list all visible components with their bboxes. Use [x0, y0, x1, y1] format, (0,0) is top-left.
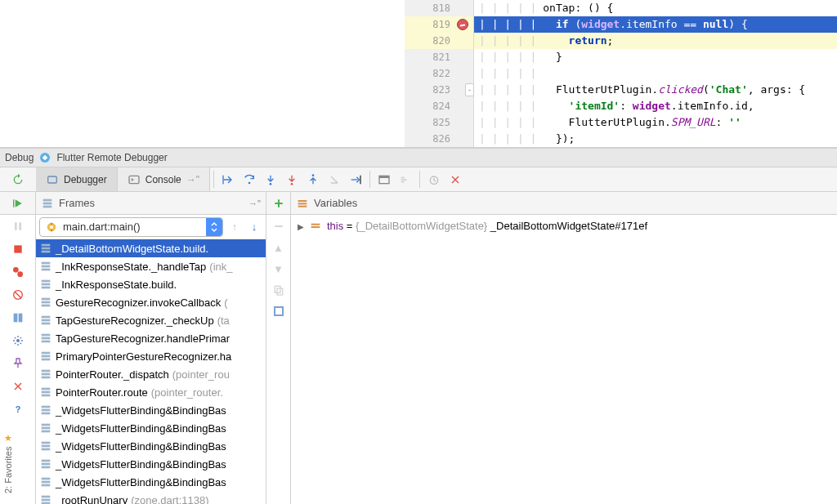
stack-frame[interactable]: _WidgetsFlutterBinding&BindingBas [36, 455, 266, 473]
editor-gutter[interactable]: 818 819 820 821 822 823- 824 825 826 [405, 0, 474, 147]
thread-selector[interactable]: main.dart:main() [39, 217, 223, 237]
variable-icon [309, 220, 322, 233]
svg-point-5 [270, 183, 272, 185]
get-thread-dump-button[interactable] [10, 310, 26, 326]
stack-frame[interactable]: _DetailBottomWidgetState.build. [36, 239, 266, 257]
svg-rect-68 [42, 463, 51, 466]
favorites-toolwindow-stripe[interactable]: 2: Favorites ★ [0, 422, 16, 504]
svg-rect-72 [42, 484, 51, 487]
stack-frame[interactable]: _WidgetsFlutterBinding&BindingBas [36, 401, 266, 419]
svg-rect-60 [42, 413, 51, 415]
svg-rect-73 [42, 496, 51, 498]
frame-icon [39, 314, 52, 327]
stack-frame[interactable]: PointerRouter.route (pointer_router. [36, 383, 266, 401]
chevron-up-down-icon[interactable] [206, 218, 222, 236]
variable-type: {_DetailBottomWidgetState} [356, 220, 487, 232]
svg-rect-50 [42, 355, 51, 358]
pin-icon[interactable]: →" [248, 198, 261, 208]
stack-frame[interactable]: PointerRouter._dispatch (pointer_rou [36, 365, 266, 383]
line-number[interactable]: 818 [405, 0, 473, 16]
resume-button[interactable] [10, 195, 26, 212]
line-number[interactable]: 821 [405, 49, 473, 65]
force-step-into-button[interactable] [281, 167, 302, 191]
tab-console[interactable]: Console →" [118, 167, 210, 191]
pin-tab-button[interactable] [10, 355, 26, 372]
variables-panel[interactable]: ▶ this = {_DetailBottomWidgetState} _Det… [291, 215, 837, 504]
drop-frame-button[interactable] [324, 167, 345, 191]
new-watch-button[interactable] [271, 195, 287, 212]
line-number[interactable]: 823- [405, 82, 473, 98]
variable-value: _DetailBottomWidgetState#171ef [487, 220, 647, 232]
line-number[interactable]: 824 [405, 98, 473, 114]
stack-frame[interactable]: _WidgetsFlutterBinding&BindingBas [36, 419, 266, 437]
tab-debugger[interactable]: Debugger [36, 167, 118, 191]
run-to-cursor-button[interactable] [345, 167, 366, 191]
stack-frame[interactable]: TapGestureRecognizer._checkUp (ta [36, 311, 266, 329]
timer-button[interactable] [423, 167, 445, 191]
svg-rect-18 [298, 205, 307, 207]
stack-frame[interactable]: _WidgetsFlutterBinding&BindingBas [36, 437, 266, 455]
view-breakpoints-button[interactable] [10, 264, 26, 280]
breakpoint-icon[interactable] [457, 19, 468, 30]
call-stack-list[interactable]: _DetailBottomWidgetState.build._InkRespo… [36, 239, 266, 504]
frame-icon [39, 475, 52, 488]
prev-frame-button[interactable]: ↑ [226, 219, 243, 235]
watches-view-button[interactable] [271, 303, 287, 319]
svg-rect-79 [275, 308, 282, 314]
settings-button[interactable] [10, 332, 26, 349]
expand-icon[interactable]: ▶ [298, 222, 304, 231]
step-out-button[interactable] [302, 167, 324, 191]
pause-button[interactable] [10, 218, 26, 234]
stack-frame[interactable]: PrimaryPointerGestureRecognizer.ha [36, 347, 266, 365]
line-number[interactable]: 825 [405, 114, 473, 131]
variables-panel-header[interactable]: Variables [291, 192, 837, 214]
debug-session-title: Flutter Remote Debugger [56, 152, 167, 163]
svg-point-30 [50, 225, 53, 229]
code-area[interactable]: | | | | | onTap: () { | | | | | if (widg… [474, 0, 837, 147]
mute-breakpoints-button[interactable] [10, 287, 26, 303]
frames-panel-header[interactable]: Frames →" [36, 192, 266, 214]
svg-rect-76 [275, 286, 280, 292]
line-number[interactable]: 822 [405, 65, 473, 82]
watch-up-button[interactable]: ▲ [271, 239, 287, 256]
clear-button[interactable] [445, 167, 466, 191]
svg-rect-25 [13, 314, 17, 323]
stack-frame[interactable]: _InkResponseState._handleTap (ink_ [36, 257, 266, 275]
next-frame-button[interactable]: ↓ [246, 219, 262, 235]
copy-watch-button[interactable] [271, 282, 287, 298]
close-tab-button[interactable] [10, 378, 26, 395]
stack-frame[interactable]: _rootRunUnary (zone.dart:1138) [36, 491, 266, 504]
svg-rect-48 [42, 341, 51, 343]
remove-watch-button[interactable] [271, 218, 287, 234]
svg-rect-45 [42, 323, 51, 325]
watch-down-button[interactable]: ▼ [271, 261, 287, 277]
evaluate-expression-button[interactable] [374, 167, 395, 191]
svg-rect-59 [42, 409, 51, 412]
svg-rect-36 [42, 269, 51, 271]
stop-button[interactable] [10, 241, 26, 257]
rerun-button[interactable] [10, 172, 26, 188]
stack-frame[interactable]: GestureRecognizer.invokeCallback ( [36, 293, 266, 311]
stack-frame[interactable]: _WidgetsFlutterBinding&BindingBas [36, 473, 266, 491]
show-execution-point-button[interactable] [217, 167, 239, 191]
frame-icon [39, 260, 52, 273]
stack-frame[interactable]: _InkResponseState.build. [36, 275, 266, 293]
stack-frame[interactable]: TapGestureRecognizer.handlePrimar [36, 329, 266, 347]
svg-rect-61 [42, 424, 51, 426]
step-into-button[interactable] [260, 167, 281, 191]
svg-rect-35 [42, 265, 51, 268]
help-button[interactable]: ? [10, 401, 26, 417]
fold-icon[interactable]: - [465, 83, 474, 96]
debug-toolwindow-header[interactable]: Debug Flutter Remote Debugger [0, 148, 837, 167]
line-number[interactable]: 826 [405, 131, 473, 147]
svg-rect-8 [360, 175, 360, 184]
svg-rect-13 [43, 198, 52, 201]
frame-icon [39, 242, 52, 255]
svg-rect-53 [42, 373, 51, 376]
line-number[interactable]: 820 [405, 33, 473, 49]
line-number[interactable]: 819 [405, 16, 473, 33]
trace-button[interactable] [395, 167, 416, 191]
step-over-button[interactable] [239, 167, 260, 191]
debug-panel-header: Frames →" Variables [0, 192, 837, 215]
svg-rect-20 [19, 222, 21, 230]
